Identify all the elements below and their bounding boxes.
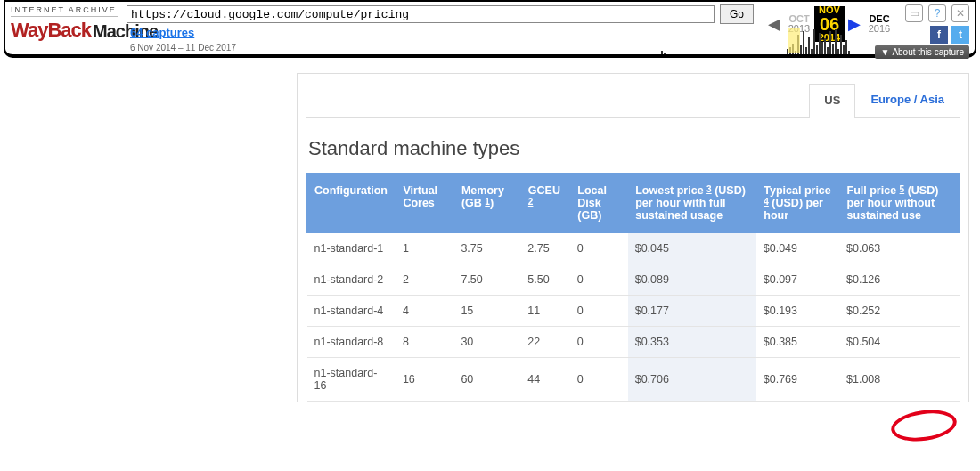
td-config: n1-standard-8 xyxy=(307,327,396,358)
td-cores: 8 xyxy=(396,327,454,358)
td-gceu: 44 xyxy=(520,358,569,402)
th-gceu-text: GCEU xyxy=(528,184,560,197)
table-row: n1-standard-4415110$0.177$0.193$0.252 xyxy=(307,296,960,327)
td-disk: 0 xyxy=(570,327,628,358)
annotation-circle xyxy=(889,406,959,445)
th-typical: Typical price 4 (USD) per hour xyxy=(756,174,839,233)
td-typical: $0.769 xyxy=(756,358,839,402)
th-memory-text: Memory (GB xyxy=(461,184,504,209)
th-full-sup[interactable]: 5 xyxy=(900,184,905,194)
td-config: n1-standard-1 xyxy=(307,233,396,264)
wayback-sparkline[interactable] xyxy=(661,28,884,54)
about-capture-toggle[interactable]: ▼ About this capture xyxy=(875,45,969,59)
tab-europe-asia[interactable]: Europe / Asia xyxy=(855,83,960,117)
td-memory: 15 xyxy=(453,296,520,327)
td-gceu: 11 xyxy=(520,296,569,327)
td-memory: 3.75 xyxy=(453,233,520,264)
th-disk: Local Disk (GB) xyxy=(570,174,628,233)
help-icon[interactable]: ? xyxy=(928,4,946,22)
facebook-icon[interactable]: f xyxy=(930,26,948,44)
td-lowest: $0.177 xyxy=(628,296,756,327)
td-lowest: $0.089 xyxy=(628,264,756,296)
td-cores: 1 xyxy=(396,233,454,264)
th-config: Configuration xyxy=(307,174,396,233)
td-memory: 60 xyxy=(453,358,520,402)
th-lowest-text: Lowest price xyxy=(635,184,703,197)
td-disk: 0 xyxy=(570,358,628,402)
td-disk: 0 xyxy=(570,233,628,264)
td-cores: 16 xyxy=(396,358,454,402)
wayback-social: f t xyxy=(930,26,969,44)
th-full-text: Full price xyxy=(847,184,897,197)
th-typical-sup[interactable]: 4 xyxy=(764,197,769,207)
td-full: $0.504 xyxy=(839,327,959,358)
td-cores: 4 xyxy=(396,296,454,327)
pricing-table: Configuration Virtual Cores Memory (GB 1… xyxy=(306,173,960,402)
th-cores: Virtual Cores xyxy=(396,174,454,233)
td-typical: $0.193 xyxy=(756,296,839,327)
th-typical-rest: (USD) per hour xyxy=(764,197,823,222)
td-full: $1.008 xyxy=(839,358,959,402)
th-lowest: Lowest price 3 (USD) per hour with full … xyxy=(628,174,756,233)
wayback-url-input[interactable] xyxy=(127,5,715,23)
wayback-center: Go 64 captures 6 Nov 2014 – 11 Dec 2017 xyxy=(127,4,764,53)
th-gceu-sup[interactable]: 2 xyxy=(528,197,534,207)
about-capture-label: About this capture xyxy=(892,47,964,57)
region-tabs: US Europe / Asia xyxy=(298,74,968,117)
table-header-row: Configuration Virtual Cores Memory (GB 1… xyxy=(307,174,960,233)
td-cores: 2 xyxy=(396,264,454,296)
td-full: $0.063 xyxy=(839,233,959,264)
table-row: n1-standard-161660440$0.706$0.769$1.008 xyxy=(307,358,960,402)
th-full: Full price 5 (USD) per hour without sust… xyxy=(839,174,959,233)
wayback-word-a: WayBack xyxy=(11,19,91,42)
section-title: Standard machine types xyxy=(298,118,968,173)
wayback-toolbar: After 10 minutes, instances are charged … xyxy=(4,0,976,58)
td-disk: 0 xyxy=(570,264,628,296)
captures-range: 6 Nov 2014 – 11 Dec 2017 xyxy=(130,43,236,53)
wayback-url-row: Go xyxy=(127,4,764,24)
wayback-icons: ▭ ? ✕ xyxy=(905,4,969,22)
td-lowest: $0.706 xyxy=(628,358,756,402)
close-icon[interactable]: ✕ xyxy=(951,4,969,22)
td-gceu: 2.75 xyxy=(520,233,569,264)
th-memory-close: ) xyxy=(490,197,494,209)
captures-count-link[interactable]: 64 captures xyxy=(130,26,194,39)
td-typical: $0.097 xyxy=(756,264,839,296)
td-config: n1-standard-2 xyxy=(307,264,396,296)
td-memory: 7.50 xyxy=(453,264,520,296)
td-gceu: 22 xyxy=(520,327,569,358)
td-lowest: $0.353 xyxy=(628,327,756,358)
td-typical: $0.385 xyxy=(756,327,839,358)
td-gceu: 5.50 xyxy=(520,264,569,296)
td-disk: 0 xyxy=(570,296,628,327)
tab-us[interactable]: US xyxy=(809,84,855,118)
td-config: n1-standard-16 xyxy=(307,358,396,402)
wayback-logo[interactable]: INTERNET ARCHIVE WayBack Machine xyxy=(11,6,118,42)
wayback-logo-top: INTERNET ARCHIVE xyxy=(11,6,118,17)
th-lowest-sup[interactable]: 3 xyxy=(706,184,712,194)
th-memory: Memory (GB 1) xyxy=(453,174,520,233)
table-row: n1-standard-227.505.500$0.089$0.097$0.12… xyxy=(307,264,960,296)
screenshot-icon[interactable]: ▭ xyxy=(905,4,923,22)
table-row: n1-standard-113.752.750$0.045$0.049$0.06… xyxy=(307,233,960,264)
twitter-icon[interactable]: t xyxy=(951,26,969,44)
td-full: $0.252 xyxy=(839,296,959,327)
td-config: n1-standard-4 xyxy=(307,296,396,327)
th-gceu: GCEU 2 xyxy=(520,174,569,233)
td-memory: 30 xyxy=(453,327,520,358)
wayback-go-button[interactable]: Go xyxy=(720,4,754,24)
td-lowest: $0.045 xyxy=(628,233,756,264)
pricing-table-body: n1-standard-113.752.750$0.045$0.049$0.06… xyxy=(307,233,960,402)
td-typical: $0.049 xyxy=(756,233,839,264)
th-typical-text: Typical price xyxy=(764,184,831,197)
pricing-panel: US Europe / Asia Standard machine types … xyxy=(297,73,969,402)
td-full: $0.126 xyxy=(839,264,959,296)
table-row: n1-standard-8830220$0.353$0.385$0.504 xyxy=(307,327,960,358)
